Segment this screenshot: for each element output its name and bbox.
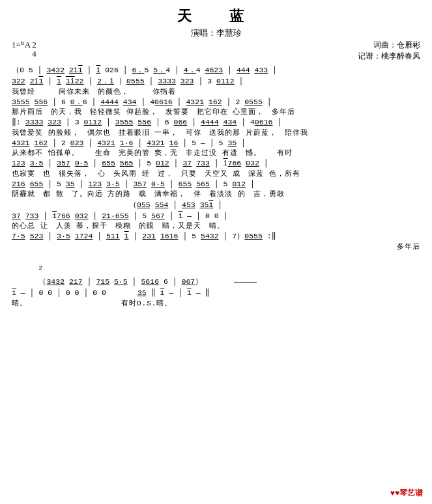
- lyrics-line-9: 的心总 让 人羡 慕，探干 模糊 的眼 睛，又是天 晴。: [12, 221, 420, 231]
- watermark: ♥♥琴艺谱: [390, 488, 423, 499]
- lyricist: 词曲：仓雁彬: [358, 40, 420, 51]
- time-numerator: 2: [32, 40, 36, 49]
- score-line-5: 4321 162 │ 2 023 │ 4321 1·6 │ 4321 16 │ …: [12, 137, 420, 148]
- score-line-4: ‖: 3333 323 │ 3 0112 │ 3555 556 │ 6 066 …: [12, 117, 420, 128]
- lyrics-line-12: 晴。 有时D.S.晴。: [12, 299, 420, 308]
- score-line-7: 216 655 │ 5 35 │ 123 3·5 │ 357 0·5 │ 655…: [12, 178, 420, 189]
- score-line-12: i — │ 0 0 │ 0 0 │ 0 0 35 ‖ i — │ 1 — ‖: [12, 287, 420, 298]
- score-line-9: 37 733 │ i766 032 │ 21·655 │ 5 567 │ i —…: [12, 210, 420, 221]
- lyrics-line-4: 我曾爱笑 的脸颊， 偶尔也 挂着眼泪 一串， 可你 送我的那 片蔚蓝， 陪伴我: [12, 128, 420, 137]
- page: 天 蓝 演唱： 李慧珍 1=ᵇA 2 4 词曲：仓雁彬 记谱：桃李醉春风 （0 …: [0, 0, 432, 504]
- title: 天 蓝: [12, 7, 420, 26]
- lyrics-line-10: 多年后: [12, 242, 420, 251]
- score-line-3: 3555 556 │ 6 0．6 │ 4444 434 │ 40616 │ 43…: [12, 96, 420, 107]
- score-line-11: 2 （3432 217 │ 715 5·5 │ 5616 6 │ 067） ——…: [12, 253, 420, 288]
- performer: 李慧珍: [216, 27, 242, 39]
- heart-icon: ♥: [390, 488, 395, 497]
- score-line-1: （0 5 │ 3432 2i1 │ i 026 │ 6．5 5．4 │ 4．4 …: [12, 64, 420, 76]
- lyrics-line-7: 阴霾就 都 散 了。向远 方的路 载 满幸福， 伴 着淡淡 的 吉，勇敢: [12, 189, 420, 199]
- lyrics-line-5: 从来都不 怕孤单。 生命 完美的管 窦，无 非走过没 有遗 憾。 有时: [12, 148, 420, 158]
- performer-label: 演唱：: [191, 27, 216, 39]
- score-content: （0 5 │ 3432 2i1 │ i 026 │ 6．5 5．4 │ 4．4 …: [12, 64, 420, 308]
- score-line-6: 123 3·5 │ 357 0·5 │ 655 565 │ 5 012 │ 37…: [12, 158, 420, 169]
- lyrics-line-3: 那片雨后 的天，我 轻轻微笑 仰起脸， 发誓要 把它印在 心里面， 多年后: [12, 107, 420, 117]
- key-signature: 1=ᵇA: [12, 40, 31, 50]
- score-line-2: 322 2i1 │ 1 1i22 │ 2．i ）0555 │ 3333 323 …: [12, 76, 420, 87]
- score-line-8: （055 554 │ 453 35i │: [12, 199, 420, 210]
- lyrics-line-6: 也寂寞 也 很失落， 心 头风雨 经 过， 只要 天空又 成 深蓝 色，所有: [12, 169, 420, 178]
- time-denominator: 4: [32, 49, 36, 59]
- lyrics-line-2: 我曾经 间你未来 的颜色， 你指着: [12, 87, 420, 96]
- transcriber: 记谱：桃李醉春风: [358, 51, 420, 62]
- score-line-10: 7·5 523 │ 3·5 1724 │ 511 1 │ 231 1616 │ …: [12, 231, 420, 242]
